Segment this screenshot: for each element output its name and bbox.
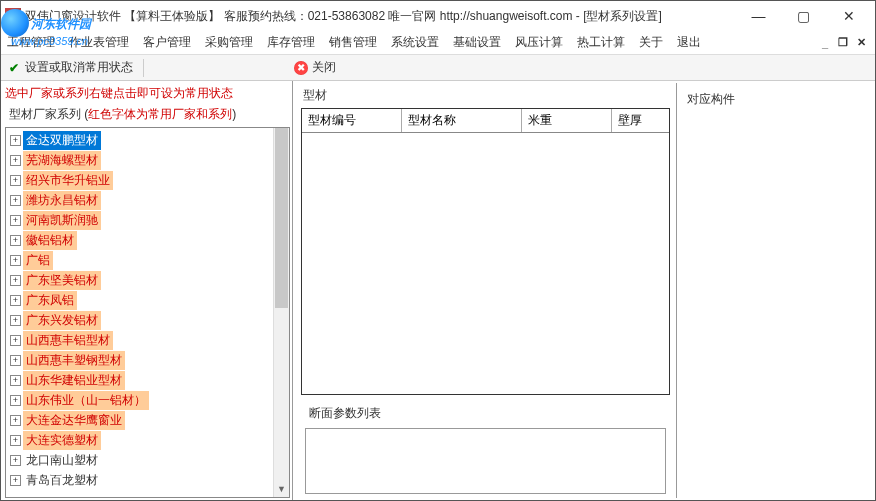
component-list[interactable] [683,112,867,412]
expand-icon[interactable]: + [10,255,21,266]
tree-node-label[interactable]: 金达双鹏型材 [23,131,101,150]
tree-node-label[interactable]: 河南凯斯润驰 [23,211,101,230]
tree-node-label[interactable]: 青岛百龙塑材 [23,471,101,490]
tree-node-label[interactable]: 潍坊永昌铝材 [23,191,101,210]
check-icon: ✔ [7,61,21,75]
expand-icon[interactable]: + [10,135,21,146]
profile-area: 型材 型材编号 型材名称 米重 壁厚 断面参数列表 [295,83,677,498]
tree-node-label[interactable]: 芜湖海螺型材 [23,151,101,170]
tree-node[interactable]: +潍坊永昌铝材 [8,190,271,210]
tree-node-label[interactable]: 徽铝铝材 [23,231,77,250]
menu-sales[interactable]: 销售管理 [329,34,377,51]
tree-node[interactable]: +山西惠丰铝型材 [8,330,271,350]
window-controls: — ▢ ✕ [736,2,871,30]
main-menubar: 工程管理 作业表管理 客户管理 采购管理 库存管理 销售管理 系统设置 基础设置… [1,31,875,55]
menu-purchase[interactable]: 采购管理 [205,34,253,51]
expand-icon[interactable]: + [10,355,21,366]
expand-icon[interactable]: + [10,415,21,426]
tree-node[interactable]: +徽铝铝材 [8,230,271,250]
expand-icon[interactable]: + [10,455,21,466]
tree-node[interactable]: +绍兴市华升铝业 [8,170,271,190]
manufacturer-tree[interactable]: +金达双鹏型材+芜湖海螺型材+绍兴市华升铝业+潍坊永昌铝材+河南凯斯润驰+徽铝铝… [6,128,273,497]
profile-group-label: 型材 [299,83,672,108]
tree-node-label[interactable]: 广东坚美铝材 [23,271,101,290]
close-tab-label: 关闭 [312,59,336,76]
tree-node[interactable]: +金达双鹏型材 [8,130,271,150]
tree-node-label[interactable]: 山东华建铝业型材 [23,371,125,390]
tree-node[interactable]: +大连金达华鹰窗业 [8,410,271,430]
manufacturer-tree-container: +金达双鹏型材+芜湖海螺型材+绍兴市华升铝业+潍坊永昌铝材+河南凯斯润驰+徽铝铝… [5,127,290,498]
scroll-down-icon[interactable]: ▼ [274,481,289,497]
scroll-thumb[interactable] [275,128,288,308]
window-minimize-button[interactable]: — [736,2,781,30]
tree-scrollbar[interactable]: ▲ ▼ [273,128,289,497]
menu-worksheet[interactable]: 作业表管理 [69,34,129,51]
right-split: 型材 型材编号 型材名称 米重 壁厚 断面参数列表 对应构件 [295,83,873,498]
expand-icon[interactable]: + [10,435,21,446]
tree-node[interactable]: +山东华建铝业型材 [8,370,271,390]
menu-about[interactable]: 关于 [639,34,663,51]
profile-table[interactable]: 型材编号 型材名称 米重 壁厚 [301,108,670,395]
tree-node-label[interactable]: 广东凤铝 [23,291,77,310]
expand-icon[interactable]: + [10,235,21,246]
menu-thermal[interactable]: 热工计算 [577,34,625,51]
expand-icon[interactable]: + [10,395,21,406]
expand-icon[interactable]: + [10,375,21,386]
window-close-button[interactable]: ✕ [826,2,871,30]
tree-node[interactable]: +芜湖海螺型材 [8,150,271,170]
tree-node[interactable]: +青岛百龙塑材 [8,470,271,490]
component-group-label: 对应构件 [683,87,867,112]
section-params-list[interactable] [305,428,666,494]
toggle-status-label: 设置或取消常用状态 [25,59,133,76]
toggle-status-button[interactable]: ✔ 设置或取消常用状态 [7,59,133,76]
menu-system[interactable]: 系统设置 [391,34,439,51]
tree-node-label[interactable]: 龙口南山塑材 [23,451,101,470]
expand-icon[interactable]: + [10,195,21,206]
mdi-restore-button[interactable]: ❐ [835,36,851,50]
tree-node-label[interactable]: 广东兴发铝材 [23,311,101,330]
expand-icon[interactable]: + [10,275,21,286]
window-maximize-button[interactable]: ▢ [781,2,826,30]
tree-node[interactable]: +河南凯斯润驰 [8,210,271,230]
menu-customer[interactable]: 客户管理 [143,34,191,51]
tree-node-label[interactable]: 广铝 [23,251,53,270]
profile-table-header: 型材编号 型材名称 米重 壁厚 [302,109,669,133]
expand-icon[interactable]: + [10,335,21,346]
tree-node[interactable]: +广铝 [8,250,271,270]
mdi-minimize-button[interactable]: _ [817,36,833,50]
app-icon [5,8,21,24]
expand-icon[interactable]: + [10,155,21,166]
tree-node[interactable]: +广东凤铝 [8,290,271,310]
tree-node-label[interactable]: 大连金达华鹰窗业 [23,411,125,430]
tree-node[interactable]: +广东坚美铝材 [8,270,271,290]
window-titlebar: 双伟门窗设计软件 【算料王体验版】 客服预约热线：021-53863082 唯一… [1,1,875,31]
expand-icon[interactable]: + [10,295,21,306]
close-tab-button[interactable]: ✖ 关闭 [294,59,336,76]
col-profile-name[interactable]: 型材名称 [402,109,522,132]
col-wall-thickness[interactable]: 壁厚 [612,109,669,132]
col-unit-weight[interactable]: 米重 [522,109,612,132]
expand-icon[interactable]: + [10,315,21,326]
expand-icon[interactable]: + [10,215,21,226]
mdi-close-button[interactable]: ✕ [853,36,869,50]
tree-node[interactable]: +广东兴发铝材 [8,310,271,330]
tree-node-label[interactable]: 山西惠丰塑钢型材 [23,351,125,370]
menu-inventory[interactable]: 库存管理 [267,34,315,51]
menu-windpressure[interactable]: 风压计算 [515,34,563,51]
col-profile-code[interactable]: 型材编号 [302,109,402,132]
tree-node-label[interactable]: 绍兴市华升铝业 [23,171,113,190]
main-content: 选中厂家或系列右键点击即可设为常用状态 型材厂家系列 (红色字体为常用厂家和系列… [1,81,875,500]
tree-node-label[interactable]: 山东伟业（山一铝材） [23,391,149,410]
expand-icon[interactable]: + [10,475,21,486]
tree-node[interactable]: +山西惠丰塑钢型材 [8,350,271,370]
component-area: 对应构件 [677,83,873,498]
menu-basic[interactable]: 基础设置 [453,34,501,51]
tree-node[interactable]: +大连实德塑材 [8,430,271,450]
tree-node[interactable]: +龙口南山塑材 [8,450,271,470]
tree-node-label[interactable]: 山西惠丰铝型材 [23,331,113,350]
tree-node[interactable]: +山东伟业（山一铝材） [8,390,271,410]
expand-icon[interactable]: + [10,175,21,186]
menu-exit[interactable]: 退出 [677,34,701,51]
menu-project[interactable]: 工程管理 [7,34,55,51]
tree-node-label[interactable]: 大连实德塑材 [23,431,101,450]
